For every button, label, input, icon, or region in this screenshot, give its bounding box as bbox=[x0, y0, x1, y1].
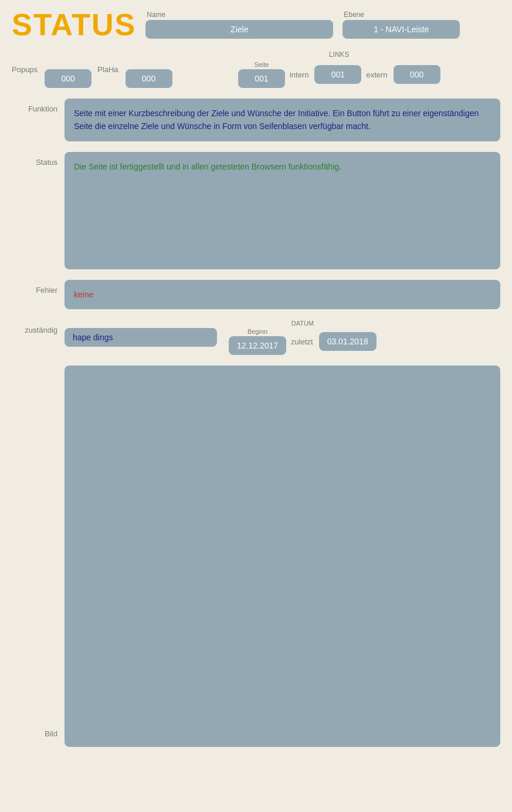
zuletzt-value[interactable]: 03.01.2018 bbox=[319, 332, 377, 351]
name-input[interactable]: Ziele bbox=[145, 20, 333, 39]
bild-row: Bild bbox=[12, 366, 500, 747]
zustandig-row: zuständig hape dings DATUM Beginn 12.12.… bbox=[12, 320, 500, 355]
extern-label: extern bbox=[366, 70, 387, 79]
funktion-row: Funktion Seite mit einer Kurzbeschreibun… bbox=[12, 99, 500, 141]
ebene-field-group: Ebene 1 - NAVI-Leiste bbox=[343, 11, 460, 39]
extern-group: 000 bbox=[394, 65, 440, 84]
links-subrow: Seite 001 intern 001 extern 000 bbox=[238, 61, 440, 88]
popups-label: Popups bbox=[12, 65, 38, 74]
zustandig-label: zuständig bbox=[12, 320, 65, 334]
zustandig-content: hape dings DATUM Beginn 12.12.2017 zulet… bbox=[65, 320, 500, 355]
plaha-value[interactable]: 000 bbox=[126, 69, 172, 88]
datum-group: DATUM Beginn 12.12.2017 zuletzt 03.01.20… bbox=[229, 320, 377, 355]
fehler-label: Fehler bbox=[12, 280, 65, 295]
bild-area[interactable] bbox=[65, 366, 500, 747]
zuletzt-label: zuletzt bbox=[291, 337, 313, 346]
datum-label: DATUM bbox=[291, 320, 314, 327]
popups-links-row: Popups 000 PlaHa 000 LINKS Seite 001 int… bbox=[12, 50, 500, 88]
fehler-content: keine bbox=[65, 280, 500, 309]
zustandig-person[interactable]: hape dings bbox=[65, 328, 217, 347]
popups-field: 000 bbox=[45, 69, 91, 88]
ebene-label: Ebene bbox=[343, 11, 364, 19]
plaha-label: PlaHa bbox=[97, 65, 118, 74]
seite-label: Seite bbox=[254, 61, 269, 68]
bild-label: Bild bbox=[12, 366, 65, 738]
fehler-row: Fehler keine bbox=[12, 280, 500, 309]
popups-value[interactable]: 000 bbox=[45, 69, 91, 88]
name-field-group: Name Ziele bbox=[145, 11, 333, 39]
status-content: Die Seite ist fertiggestellt und in alle… bbox=[65, 152, 500, 269]
bild-content bbox=[65, 366, 500, 747]
datum-inner: Beginn 12.12.2017 zuletzt 03.01.2018 bbox=[229, 328, 377, 355]
links-group: LINKS Seite 001 intern 001 extern 000 bbox=[178, 50, 500, 88]
links-label: LINKS bbox=[329, 50, 350, 59]
status-row: Status Die Seite ist fertiggestellt und … bbox=[12, 152, 500, 269]
seite-group: Seite 001 bbox=[238, 61, 285, 88]
intern-label: intern bbox=[290, 70, 309, 79]
status-text[interactable]: Die Seite ist fertiggestellt und in alle… bbox=[65, 152, 500, 269]
extern-value[interactable]: 000 bbox=[394, 65, 440, 84]
name-label: Name bbox=[145, 11, 165, 19]
intern-value[interactable]: 001 bbox=[314, 65, 361, 84]
beginn-label: Beginn bbox=[247, 328, 267, 335]
seite-value[interactable]: 001 bbox=[238, 69, 285, 88]
funktion-text[interactable]: Seite mit einer Kurzbeschreibung der Zie… bbox=[65, 99, 500, 141]
fehler-text[interactable]: keine bbox=[65, 280, 500, 309]
zustandig-inner: hape dings DATUM Beginn 12.12.2017 zulet… bbox=[65, 320, 500, 355]
funktion-content: Seite mit einer Kurzbeschreibung der Zie… bbox=[65, 99, 500, 141]
beginn-group: Beginn 12.12.2017 bbox=[229, 328, 286, 355]
app-logo: STATUS bbox=[12, 9, 136, 40]
ebene-input[interactable]: 1 - NAVI-Leiste bbox=[343, 20, 460, 39]
status-label: Status bbox=[12, 152, 65, 167]
beginn-value[interactable]: 12.12.2017 bbox=[229, 336, 286, 355]
zuletzt-group: 03.01.2018 bbox=[319, 332, 377, 351]
header-row: STATUS Name Ziele Ebene 1 - NAVI-Leiste bbox=[12, 9, 500, 40]
intern-group: 001 bbox=[314, 65, 361, 84]
plaha-field: 000 bbox=[126, 69, 172, 88]
funktion-label: Funktion bbox=[12, 99, 65, 113]
